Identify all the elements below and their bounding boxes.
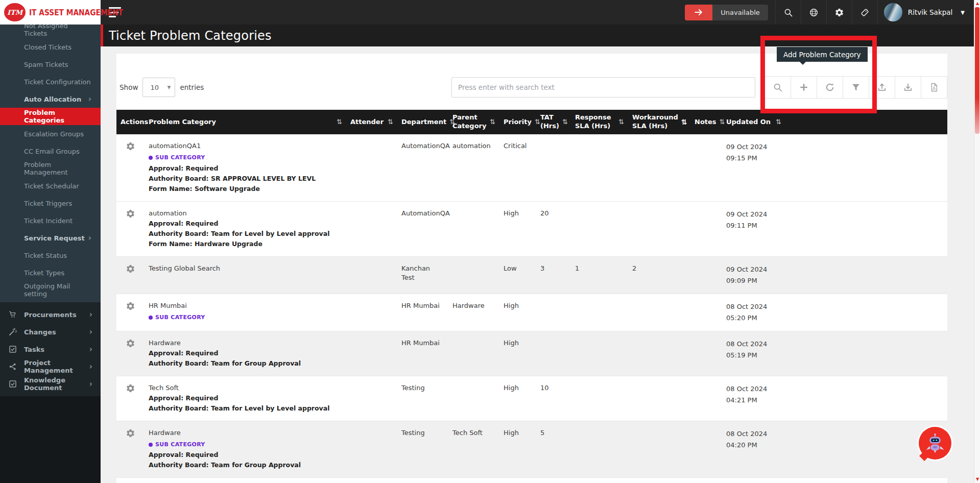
cell-department: HR Mumbai — [397, 294, 448, 331]
column-header-inner: Updated On⇅ — [726, 118, 943, 127]
sidebar-item-not-assigned-tickets[interactable]: Not Assigned Tickets — [0, 25, 101, 38]
page-size-group: Show 10 ▼ entries — [119, 78, 204, 97]
updated-date: 08 Oct 2024 — [726, 339, 943, 350]
cell-actions — [116, 201, 145, 256]
sub-category-badge: SUB CATEGORY — [149, 441, 342, 449]
problem-category-name: automation — [149, 209, 342, 219]
column-header-parent-category[interactable]: Parent Category⇅ — [448, 110, 499, 134]
page-size-select[interactable]: 10 ▼ — [142, 78, 175, 97]
sort-icon[interactable]: ⇅ — [720, 118, 725, 127]
filter-button[interactable] — [843, 77, 869, 98]
sidebar-item-label: Service Request — [24, 234, 85, 242]
sort-icon[interactable]: ⇅ — [681, 117, 687, 127]
sidebar-item-ticket-schedular[interactable]: Ticket Schedular — [0, 177, 101, 195]
sort-icon[interactable]: ⇅ — [337, 118, 342, 127]
sidebar-item-outgoing-mail-setting[interactable]: Outgoing Mail setting — [0, 281, 101, 299]
filter-icon — [851, 82, 861, 92]
scrollbar-down-arrow[interactable]: ▼ — [974, 477, 980, 481]
sidebar-item-ticket-status[interactable]: Ticket Status — [0, 247, 101, 264]
user-menu[interactable]: Ritvik Sakpal ▼ — [877, 0, 965, 25]
cell-updated-on: 08 Oct 202405:19 PM — [722, 331, 947, 376]
cell-tat — [536, 134, 571, 201]
sort-icon[interactable]: ⇅ — [490, 118, 495, 127]
sidebar-item-problem-categories[interactable]: Problem Categories — [0, 108, 101, 125]
sidebar-item-knowledge-document[interactable]: Knowledge Document› — [0, 375, 101, 393]
sub-category-dot-icon — [149, 156, 153, 160]
sidebar-item-label: Escalation Groups — [24, 130, 84, 138]
search-input[interactable] — [451, 77, 755, 98]
sidebar-item-tasks[interactable]: Tasks› — [0, 341, 101, 358]
sidebar-item-problem-management[interactable]: Problem Management — [0, 160, 101, 177]
sort-icon[interactable]: ⇅ — [535, 118, 540, 127]
row-actions-gear-icon[interactable] — [126, 141, 135, 151]
export-button[interactable] — [895, 77, 921, 98]
column-header-tat-hrs[interactable]: TAT (Hrs)⇅ — [536, 110, 571, 134]
row-actions-gear-icon[interactable] — [126, 264, 135, 274]
chatbot-button[interactable] — [919, 427, 951, 460]
column-label: Actions — [121, 118, 148, 127]
column-header-department[interactable]: Department⇅ — [397, 110, 448, 134]
global-search-button[interactable] — [775, 0, 801, 25]
cell-tat: 5 — [536, 421, 571, 478]
table-search-button[interactable] — [765, 77, 791, 98]
cell-actions — [116, 478, 145, 483]
sidebar-item-closed-tickets[interactable]: Closed Tickets — [0, 38, 101, 56]
cell-department: Testing — [397, 421, 448, 478]
column-header-notes[interactable]: Notes⇅ — [690, 110, 722, 134]
sidebar-item-changes[interactable]: Changes› — [0, 323, 101, 341]
sub-category-label: SUB CATEGORY — [155, 441, 205, 449]
export-pdf-button[interactable] — [921, 77, 947, 98]
column-header-response-sla-hrs[interactable]: Response SLA (Hrs)⇅ — [571, 110, 628, 134]
row-actions-gear-icon[interactable] — [126, 301, 135, 311]
sidebar-item-ticket-types[interactable]: Ticket Types — [0, 264, 101, 281]
row-actions-gear-icon[interactable] — [126, 383, 135, 393]
sidebar-item-ticket-configuration[interactable]: Ticket Configuration — [0, 73, 101, 90]
sort-icon[interactable]: ⇅ — [618, 118, 624, 127]
updated-time: 09:11 PM — [726, 220, 943, 231]
column-header-updated-on[interactable]: Updated On⇅ — [722, 110, 947, 134]
updated-date: 08 Oct 2024 — [726, 301, 943, 312]
topbar: ITM IT ASSET MANAGEMENT Unavailable Ritv… — [0, 0, 980, 25]
column-header-inner: Problem Category⇅ — [149, 118, 342, 127]
check-square-icon — [8, 379, 17, 389]
cell-department: Testing — [397, 376, 448, 421]
upload-icon — [877, 82, 887, 92]
row-actions-gear-icon[interactable] — [126, 428, 135, 438]
column-header-priority[interactable]: Priority⇅ — [499, 110, 536, 134]
sort-icon[interactable]: ⇅ — [388, 118, 393, 127]
column-header-workaround-sla-hrs[interactable]: Workaround SLA (Hrs)⇅ — [628, 110, 690, 134]
sort-icon[interactable]: ⇅ — [776, 118, 781, 127]
cell-priority: High — [499, 201, 536, 256]
cell-actions — [116, 331, 145, 376]
sidebar-item-label: Not Assigned Tickets — [24, 25, 91, 37]
sidebar-item-escalation-groups[interactable]: Escalation Groups — [0, 125, 101, 142]
scrollbar-up-arrow[interactable]: ▲ — [974, 2, 980, 6]
language-button[interactable] — [801, 0, 826, 25]
column-header-problem-category[interactable]: Problem Category⇅ — [145, 110, 346, 134]
column-header-attender[interactable]: Attender⇅ — [346, 110, 397, 134]
cell-priority: High — [499, 294, 536, 331]
sidebar-item-ticket-incident[interactable]: Ticket Incident — [0, 212, 101, 229]
sidebar-item-procurements[interactable]: Procurements› — [0, 306, 101, 323]
scrollbar-thumb[interactable] — [975, 7, 979, 134]
tag-button[interactable] — [852, 0, 877, 25]
import-button[interactable] — [869, 77, 895, 98]
cell-notes — [690, 421, 722, 478]
column-label: Parent Category — [452, 113, 487, 131]
availability-toggle[interactable]: Unavailable — [685, 5, 768, 20]
vertical-scrollbar[interactable]: ▲ ▼ — [974, 0, 980, 483]
sort-icon[interactable]: ⇅ — [562, 118, 568, 127]
sidebar-item-spam-tickets[interactable]: Spam Tickets — [0, 56, 101, 73]
sidebar-item-ticket-triggers[interactable]: Ticket Triggers — [0, 195, 101, 212]
row-actions-gear-icon[interactable] — [126, 339, 135, 348]
sidebar-item-project-management[interactable]: Project Management› — [0, 358, 101, 375]
sidebar-item-auto-allocation[interactable]: Auto Allocation› — [0, 90, 101, 108]
refresh-button[interactable] — [817, 77, 843, 98]
add-problem-category-button[interactable] — [791, 77, 817, 98]
row-actions-gear-icon[interactable] — [126, 209, 135, 219]
app-logo[interactable]: ITM IT ASSET MANAGEMENT — [0, 0, 101, 25]
sidebar-item-cc-email-groups[interactable]: CC Email Groups — [0, 142, 101, 160]
entries-label: entries — [180, 83, 204, 91]
sidebar-item-service-request[interactable]: Service Request› — [0, 229, 101, 247]
settings-button[interactable] — [826, 0, 852, 25]
